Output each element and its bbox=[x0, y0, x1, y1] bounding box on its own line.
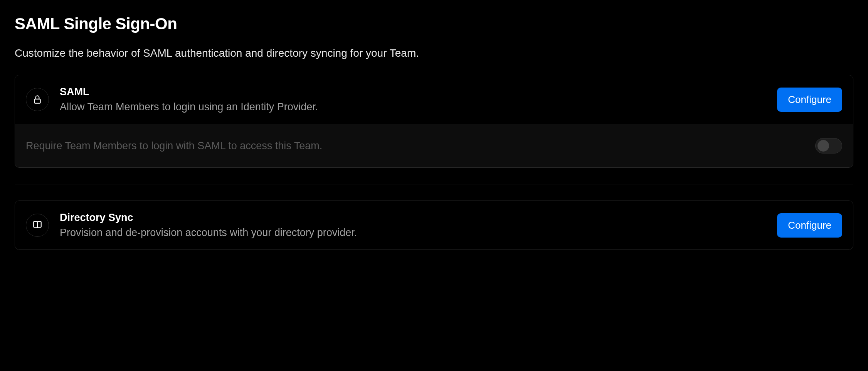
lock-icon bbox=[26, 88, 49, 111]
page-title: SAML Single Sign-On bbox=[15, 15, 853, 33]
directory-sync-description: Provision and de-provision accounts with… bbox=[60, 227, 766, 239]
page-subtitle: Customize the behavior of SAML authentic… bbox=[15, 47, 853, 59]
saml-title: SAML bbox=[60, 86, 766, 98]
saml-card-header: SAML Allow Team Members to login using a… bbox=[15, 75, 853, 124]
saml-require-text: Require Team Members to login with SAML … bbox=[26, 140, 322, 152]
directory-sync-text: Directory Sync Provision and de-provisio… bbox=[60, 212, 766, 239]
saml-require-row: Require Team Members to login with SAML … bbox=[15, 124, 853, 167]
directory-sync-configure-button[interactable]: Configure bbox=[777, 213, 842, 238]
section-divider bbox=[15, 184, 853, 184]
saml-card: SAML Allow Team Members to login using a… bbox=[15, 75, 853, 168]
saml-configure-button[interactable]: Configure bbox=[777, 88, 842, 112]
svg-rect-0 bbox=[34, 99, 40, 103]
saml-text: SAML Allow Team Members to login using a… bbox=[60, 86, 766, 113]
directory-sync-card-header: Directory Sync Provision and de-provisio… bbox=[15, 201, 853, 250]
saml-description: Allow Team Members to login using an Ide… bbox=[60, 101, 766, 113]
saml-require-toggle[interactable] bbox=[815, 138, 842, 153]
book-icon bbox=[26, 214, 49, 237]
directory-sync-card: Directory Sync Provision and de-provisio… bbox=[15, 201, 853, 250]
toggle-knob bbox=[818, 140, 829, 152]
directory-sync-title: Directory Sync bbox=[60, 212, 766, 224]
